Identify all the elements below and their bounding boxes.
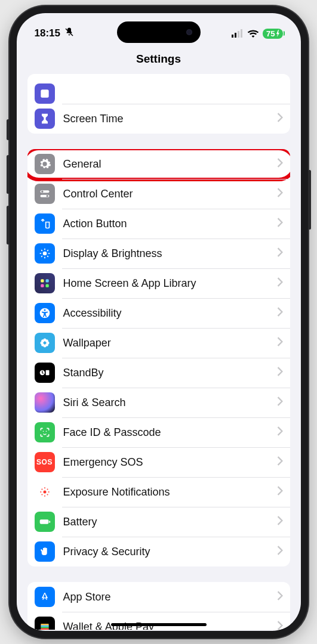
- settings-row-accessibility[interactable]: Accessibility: [27, 298, 290, 328]
- chevron-right-icon: [277, 426, 283, 438]
- row-label: Exposure Notifications: [63, 486, 277, 499]
- battery-percent: 75: [266, 29, 275, 38]
- focus-icon: [35, 83, 55, 104]
- svg-line-17: [41, 256, 42, 257]
- dynamic-island: [117, 21, 201, 43]
- settings-row-face-id-passcode[interactable]: Face ID & Passcode: [27, 417, 290, 447]
- settings-row-action-button[interactable]: Action Button: [27, 209, 290, 239]
- row-label: Action Button: [63, 218, 277, 230]
- settings-row-wallpaper[interactable]: Wallpaper: [27, 328, 290, 358]
- svg-point-32: [45, 343, 48, 346]
- hourglass-icon: [35, 109, 55, 129]
- settings-row-siri-search[interactable]: Siri & Search: [27, 388, 290, 417]
- svg-point-43: [48, 491, 49, 493]
- svg-point-33: [43, 342, 45, 344]
- settings-row-display-brightness[interactable]: Display & Brightness: [27, 239, 290, 268]
- status-time: 18:15: [35, 27, 60, 39]
- cellular-icon: [232, 29, 244, 38]
- accessibility-icon: [35, 303, 55, 323]
- chevron-right-icon: [277, 247, 283, 259]
- settings-row-control-center[interactable]: Control Center: [27, 179, 290, 209]
- exposure-icon: [35, 482, 55, 502]
- settings-list[interactable]: Screen TimeGeneralControl CenterAction B…: [17, 74, 301, 630]
- svg-point-46: [41, 494, 42, 496]
- settings-row-app-store[interactable]: App Store: [27, 582, 290, 612]
- settings-row-general[interactable]: General: [27, 149, 290, 179]
- settings-row-screen-time[interactable]: Screen Time: [27, 104, 290, 134]
- settings-row-emergency-sos[interactable]: SOSEmergency SOS: [27, 447, 290, 477]
- settings-row-home-screen-app-library[interactable]: Home Screen & App Library: [27, 268, 290, 298]
- svg-rect-49: [49, 521, 50, 523]
- settings-group: GeneralControl CenterAction ButtonDispla…: [27, 149, 290, 566]
- svg-point-9: [46, 195, 48, 197]
- faceid-icon: [35, 422, 55, 442]
- row-label: Wallpaper: [63, 337, 277, 349]
- svg-point-31: [41, 343, 44, 346]
- flower-icon: [35, 333, 55, 353]
- chevron-right-icon: [277, 158, 283, 170]
- siri-icon: [35, 392, 55, 413]
- settings-row-exposure-notifications[interactable]: Exposure Notifications: [27, 477, 290, 507]
- phone-frame: 18:15 75 Settings Screen TimeGeneralCo: [10, 6, 308, 638]
- list-item-peek: [27, 74, 290, 104]
- chevron-right-icon: [277, 277, 283, 289]
- wallet-icon: [35, 617, 55, 630]
- appstore-icon: [35, 587, 55, 607]
- vol-down: [7, 206, 10, 244]
- chevron-right-icon: [277, 307, 283, 319]
- row-label: StandBy: [63, 367, 277, 379]
- row-label: Privacy & Security: [63, 546, 277, 558]
- svg-point-42: [40, 491, 41, 493]
- settings-group: Screen Time: [27, 74, 290, 134]
- svg-point-10: [42, 252, 47, 256]
- row-label: Screen Time: [63, 113, 277, 125]
- svg-rect-22: [45, 284, 48, 287]
- svg-point-41: [44, 496, 45, 497]
- row-label: Display & Brightness: [63, 247, 277, 260]
- side-button: [308, 170, 311, 230]
- svg-rect-21: [41, 284, 44, 287]
- sos-icon: SOS: [35, 452, 55, 472]
- svg-point-30: [45, 339, 48, 342]
- svg-rect-53: [41, 628, 48, 630]
- row-label: Control Center: [63, 188, 277, 200]
- row-label: Home Screen & App Library: [63, 277, 277, 290]
- svg-rect-19: [41, 279, 44, 282]
- svg-rect-20: [45, 279, 48, 282]
- row-label: Battery: [63, 516, 277, 528]
- home-indicator[interactable]: [111, 623, 207, 626]
- wifi-icon: [247, 29, 259, 38]
- apps-grid-icon: [35, 273, 55, 293]
- settings-group: App StoreWallet & Apple Pay: [27, 582, 290, 630]
- svg-point-44: [41, 488, 42, 490]
- settings-row-wallet-apple-pay[interactable]: Wallet & Apple Pay: [27, 612, 290, 630]
- battery-icon: [35, 512, 55, 532]
- hand-icon: [35, 541, 55, 562]
- svg-line-16: [47, 256, 48, 257]
- svg-line-18: [47, 250, 48, 251]
- sun-icon: [35, 243, 55, 264]
- settings-row-privacy-security[interactable]: Privacy & Security: [27, 537, 290, 566]
- chevron-right-icon: [277, 188, 283, 200]
- page-title: Settings: [17, 47, 301, 74]
- screen: 18:15 75 Settings Screen TimeGeneralCo: [17, 13, 301, 631]
- svg-point-40: [44, 487, 45, 488]
- svg-point-24: [44, 309, 45, 311]
- svg-point-7: [41, 191, 43, 193]
- svg-rect-2: [235, 33, 236, 38]
- battery-indicator: 75: [263, 29, 282, 39]
- svg-rect-5: [41, 89, 48, 97]
- settings-row-battery[interactable]: Battery: [27, 507, 290, 537]
- chevron-right-icon: [277, 337, 283, 349]
- chevron-right-icon: [277, 367, 283, 379]
- settings-row-standby[interactable]: StandBy: [27, 358, 290, 388]
- standby-icon: [35, 363, 55, 383]
- row-label: Accessibility: [63, 307, 277, 320]
- chevron-right-icon: [277, 621, 283, 630]
- svg-point-36: [39, 397, 50, 408]
- chevron-right-icon: [277, 397, 283, 408]
- mute-switch: [7, 119, 10, 140]
- row-label: Emergency SOS: [63, 456, 277, 469]
- row-label: App Store: [63, 591, 277, 603]
- svg-point-38: [45, 431, 47, 432]
